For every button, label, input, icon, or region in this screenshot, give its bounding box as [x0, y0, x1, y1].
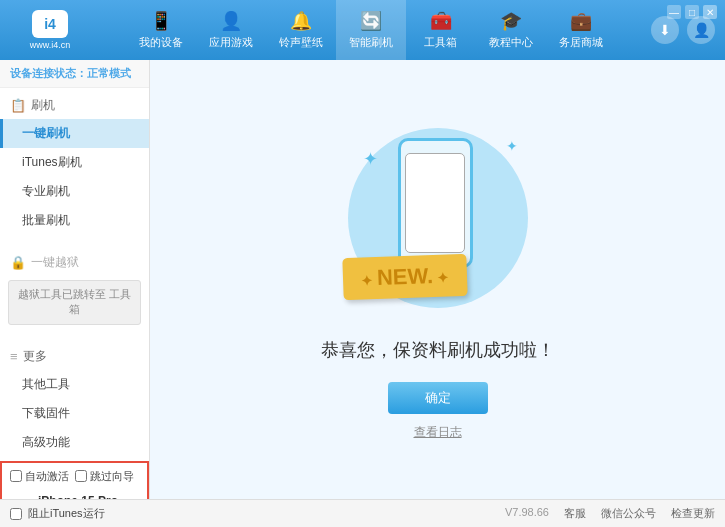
header: i4 www.i4.cn 📱 我的设备 👤 应用游戏 🔔 铃声壁纸 🔄 智能刷机 [0, 0, 725, 60]
stop-itunes-checkbox[interactable]: 阻止iTunes运行 [10, 506, 105, 521]
maximize-button[interactable]: □ [685, 5, 699, 19]
main-content: ✦ ✦ NEW. 恭喜您，保资料刷机成功啦！ 确定 查看日志 [150, 60, 725, 499]
more-label: 更多 [23, 348, 47, 365]
nav-smart-flash[interactable]: 🔄 智能刷机 [336, 0, 406, 60]
nav-toolbox-label: 工具箱 [424, 35, 457, 50]
status-label: 设备连接状态： [10, 67, 87, 79]
confirm-button[interactable]: 确定 [388, 382, 488, 414]
footer-left: 阻止iTunes运行 [10, 506, 105, 521]
footer: 阻止iTunes运行 V7.98.66 客服 微信公众号 检查更新 [0, 499, 725, 527]
disabled-banner: 越狱工具已跳转至 工具箱 [8, 280, 141, 325]
minimize-button[interactable]: — [667, 5, 681, 19]
jailbreak-label: 一键越狱 [31, 254, 79, 271]
sidebar: 设备连接状态：正常模式 📋 刷机 一键刷机 iTunes刷机 专业刷机 批量刷机… [0, 60, 150, 499]
sidebar-item-itunes-flash[interactable]: iTunes刷机 [0, 148, 149, 177]
nav-apps-games[interactable]: 👤 应用游戏 [196, 0, 266, 60]
auto-activate-row: 自动激活 跳过向导 [10, 469, 139, 484]
flash-section-header: 📋 刷机 [0, 92, 149, 119]
footer-link-check-update[interactable]: 检查更新 [671, 506, 715, 521]
new-badge: NEW. [342, 254, 467, 300]
sidebar-item-one-key-flash[interactable]: 一键刷机 [0, 119, 149, 148]
nav-toolbox[interactable]: 🧰 工具箱 [406, 0, 476, 60]
more-header: ≡ 更多 [0, 343, 149, 370]
device-section: 自动激活 跳过向导 📱 iPhone 15 Pro Max 512GB iPho… [0, 461, 149, 499]
nav-bar: 📱 我的设备 👤 应用游戏 🔔 铃声壁纸 🔄 智能刷机 🧰 工具箱 🎓 [90, 0, 651, 60]
nav-tutorial[interactable]: 🎓 教程中心 [476, 0, 546, 60]
phone-screen [405, 153, 465, 253]
ringtone-icon: 🔔 [290, 10, 312, 32]
sidebar-item-download-firmware[interactable]: 下载固件 [0, 399, 149, 428]
device-name: iPhone 15 Pro Max [38, 494, 139, 499]
nav-smart-flash-label: 智能刷机 [349, 35, 393, 50]
flash-icon: 🔄 [360, 10, 382, 32]
more-icon: ≡ [10, 349, 18, 364]
flash-section: 📋 刷机 一键刷机 iTunes刷机 专业刷机 批量刷机 [0, 88, 149, 239]
sidebar-item-pro-flash[interactable]: 专业刷机 [0, 177, 149, 206]
footer-link-desktop[interactable]: 客服 [564, 506, 586, 521]
auto-activate-label: 自动激活 [25, 469, 69, 484]
flash-section-label: 刷机 [31, 97, 55, 114]
logo-url: www.i4.cn [30, 40, 71, 50]
nav-my-device[interactable]: 📱 我的设备 [126, 0, 196, 60]
jailbreak-section: 🔒 一键越狱 越狱工具已跳转至 工具箱 [0, 245, 149, 333]
toolbox-icon: 🧰 [430, 10, 452, 32]
auto-activate-checkbox[interactable]: 自动激活 [10, 469, 69, 484]
logo-icon: i4 [32, 10, 68, 38]
jailbreak-header: 🔒 一键越狱 [0, 249, 149, 276]
success-message: 恭喜您，保资料刷机成功啦！ [321, 338, 555, 362]
tutorial-icon: 🎓 [500, 10, 522, 32]
flash-sec-icon: 📋 [10, 98, 26, 113]
header-right: ⬇ 👤 [651, 16, 715, 44]
sidebar-item-advanced[interactable]: 高级功能 [0, 428, 149, 457]
status-value: 正常模式 [87, 67, 131, 79]
user-button[interactable]: 👤 [687, 16, 715, 44]
nav-service[interactable]: 💼 务居商城 [546, 0, 616, 60]
download-button[interactable]: ⬇ [651, 16, 679, 44]
footer-right: V7.98.66 客服 微信公众号 检查更新 [505, 506, 715, 521]
nav-tutorial-label: 教程中心 [489, 35, 533, 50]
log-link[interactable]: 查看日志 [414, 424, 462, 441]
apps-icon: 👤 [220, 10, 242, 32]
phone-illustration: ✦ ✦ NEW. [338, 118, 538, 318]
service-icon: 💼 [570, 10, 592, 32]
more-section: ≡ 更多 其他工具 下载固件 高级功能 [0, 339, 149, 461]
stop-itunes-label: 阻止iTunes运行 [28, 506, 105, 521]
phone-body [398, 138, 473, 268]
lock-icon: 🔒 [10, 255, 26, 270]
auto-activate-input[interactable] [10, 470, 22, 482]
nav-my-device-label: 我的设备 [139, 35, 183, 50]
guide-activate-checkbox[interactable]: 跳过向导 [75, 469, 134, 484]
device-icon: 📱 [150, 10, 172, 32]
close-button[interactable]: ✕ [703, 5, 717, 19]
version-label: V7.98.66 [505, 506, 549, 521]
body: 设备连接状态：正常模式 📋 刷机 一键刷机 iTunes刷机 专业刷机 批量刷机… [0, 60, 725, 499]
sparkle-tl-icon: ✦ [363, 148, 378, 170]
nav-apps-games-label: 应用游戏 [209, 35, 253, 50]
status-bar: 设备连接状态：正常模式 [0, 60, 149, 88]
nav-ringtone-label: 铃声壁纸 [279, 35, 323, 50]
nav-service-label: 务居商城 [559, 35, 603, 50]
stop-itunes-input[interactable] [10, 508, 22, 520]
nav-ringtone[interactable]: 🔔 铃声壁纸 [266, 0, 336, 60]
sidebar-item-batch-flash[interactable]: 批量刷机 [0, 206, 149, 235]
footer-link-wechat[interactable]: 微信公众号 [601, 506, 656, 521]
guide-activate-label: 跳过向导 [90, 469, 134, 484]
guide-activate-input[interactable] [75, 470, 87, 482]
sidebar-item-other-tools[interactable]: 其他工具 [0, 370, 149, 399]
device-details: iPhone 15 Pro Max 512GB iPhone [38, 494, 139, 499]
app-logo[interactable]: i4 www.i4.cn [10, 5, 90, 55]
device-info: 📱 iPhone 15 Pro Max 512GB iPhone [10, 490, 139, 499]
sparkle-tr-icon: ✦ [506, 138, 518, 154]
